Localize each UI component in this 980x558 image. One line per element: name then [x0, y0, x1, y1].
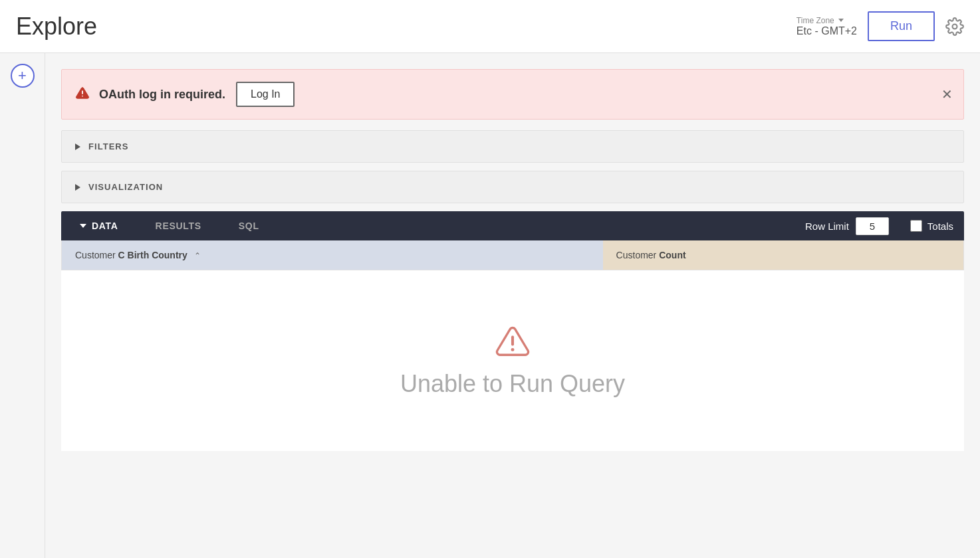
- filters-section: FILTERS: [61, 130, 964, 163]
- svg-point-0: [953, 24, 957, 29]
- sidebar: +: [0, 53, 45, 558]
- alert-message: OAuth log in required.: [99, 88, 225, 102]
- header-right: Time Zone Etc - GMT+2 Run: [796, 11, 964, 41]
- measure-header-prefix: Customer: [616, 250, 660, 260]
- run-button[interactable]: Run: [868, 11, 935, 41]
- empty-state-message: Unable to Run Query: [400, 370, 625, 398]
- tab-data[interactable]: DATA: [61, 211, 137, 240]
- dimension-header-bold: C Birth Country: [118, 250, 187, 260]
- alert-icon: [75, 86, 90, 104]
- visualization-header[interactable]: VISUALIZATION: [62, 171, 963, 203]
- visualization-title: VISUALIZATION: [88, 182, 163, 192]
- add-button[interactable]: +: [11, 64, 35, 88]
- svg-point-2: [82, 95, 83, 96]
- settings-button[interactable]: [945, 17, 964, 36]
- page-title: Explore: [16, 13, 97, 41]
- measure-header-bold: Count: [659, 250, 685, 260]
- oauth-alert-banner: OAuth log in required. Log In ✕: [61, 69, 964, 120]
- filters-arrow-icon: [75, 143, 80, 150]
- alert-close-button[interactable]: ✕: [941, 86, 953, 102]
- totals-area: Totals: [900, 220, 964, 232]
- empty-state: Unable to Run Query: [61, 270, 964, 451]
- row-limit-label: Row Limit: [805, 221, 849, 232]
- empty-warning-icon: [495, 324, 531, 359]
- tabs-bar: DATA RESULTS SQL Row Limit Totals: [61, 211, 964, 240]
- timezone-label: Time Zone: [796, 16, 857, 25]
- totals-label: Totals: [927, 221, 953, 232]
- login-button[interactable]: Log In: [236, 82, 295, 107]
- tab-sql[interactable]: SQL: [220, 211, 278, 240]
- sort-ascending-icon: ⌃: [194, 251, 201, 260]
- filters-header[interactable]: FILTERS: [62, 131, 963, 162]
- row-limit-area: Row Limit: [795, 217, 900, 235]
- main-layout: + OAuth log in required. Log In ✕ FILTER…: [0, 53, 980, 558]
- data-table-container: Customer C Birth Country ⌃ Customer Coun…: [61, 240, 964, 270]
- row-limit-input[interactable]: [856, 217, 889, 235]
- visualization-arrow-icon: [75, 184, 80, 191]
- data-table: Customer C Birth Country ⌃ Customer Coun…: [62, 240, 963, 270]
- tab-results[interactable]: RESULTS: [137, 211, 220, 240]
- timezone-value: Etc - GMT+2: [796, 25, 857, 37]
- app-header: Explore Time Zone Etc - GMT+2 Run: [0, 0, 980, 53]
- gear-icon: [945, 17, 964, 36]
- filters-title: FILTERS: [88, 141, 128, 151]
- visualization-section: VISUALIZATION: [61, 171, 964, 203]
- dimension-header-prefix: Customer: [75, 250, 118, 260]
- svg-point-4: [511, 348, 515, 351]
- content-area: OAuth log in required. Log In ✕ FILTERS …: [45, 53, 980, 558]
- measure-column-header[interactable]: Customer Count: [603, 240, 963, 270]
- timezone-selector[interactable]: Time Zone Etc - GMT+2: [796, 16, 857, 37]
- warning-icon: [75, 86, 90, 100]
- totals-checkbox[interactable]: [910, 220, 922, 232]
- tab-data-arrow-icon: [80, 224, 86, 228]
- dimension-column-header[interactable]: Customer C Birth Country ⌃: [62, 240, 603, 270]
- chevron-down-icon: [838, 19, 844, 22]
